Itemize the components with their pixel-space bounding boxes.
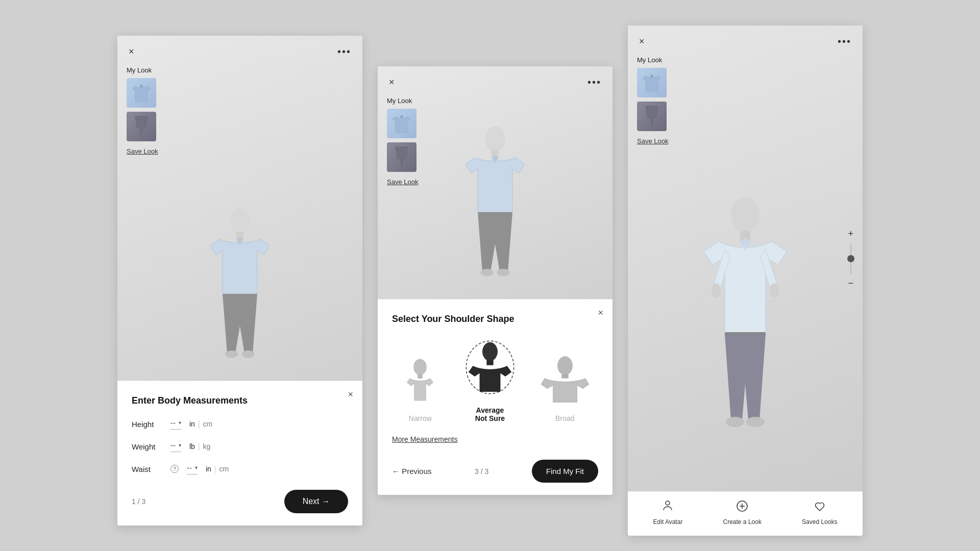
- sheet-close-button-2[interactable]: ×: [598, 308, 603, 318]
- body-measurements-sheet: × Enter Body Measurements Height -- ▾ in…: [117, 381, 362, 525]
- waist-arrow: ▾: [195, 465, 198, 470]
- height-unit-cm[interactable]: cm: [203, 420, 213, 428]
- svg-point-13: [482, 342, 498, 361]
- height-arrow: ▾: [179, 420, 181, 425]
- pants-thumbnail-3[interactable]: [637, 102, 667, 131]
- svg-point-1: [230, 208, 250, 234]
- waist-select[interactable]: --: [187, 463, 200, 472]
- shoulder-option-narrow[interactable]: Narrow: [400, 352, 440, 422]
- panel-full-avatar: × ••• My Look Save Look: [628, 26, 863, 536]
- save-look-button-1[interactable]: Save Look: [127, 147, 158, 155]
- previous-button[interactable]: ← Previous: [392, 467, 432, 475]
- shoulder-shape-sheet: × Select Your Shoulder Shape Narrow: [378, 299, 612, 495]
- waist-select-wrap: -- ▾: [187, 463, 198, 474]
- shirt-thumbnail-1[interactable]: [127, 78, 156, 108]
- weight-unit-lb[interactable]: lb: [189, 442, 195, 450]
- shoulder-option-broad[interactable]: Broad: [540, 352, 591, 422]
- mannequin-figure-2: [444, 126, 546, 299]
- waist-help-icon[interactable]: ?: [170, 465, 179, 473]
- edit-avatar-label: Edit Avatar: [653, 518, 683, 525]
- saved-looks-nav-item[interactable]: Saved Looks: [802, 500, 837, 525]
- svg-rect-11: [418, 374, 423, 379]
- zoom-handle[interactable]: [847, 255, 854, 262]
- svg-point-24: [770, 283, 779, 297]
- svg-rect-16: [561, 374, 568, 378]
- svg-point-18: [731, 197, 760, 232]
- weight-select-wrap: -- ▾: [170, 441, 181, 452]
- next-button[interactable]: Next →: [284, 490, 348, 513]
- find-my-fit-button[interactable]: Find My Fit: [532, 460, 598, 483]
- panel-shoulder-shape: × ••• My Look Save Look: [378, 66, 612, 495]
- weight-sep: |: [198, 442, 200, 450]
- avatar-section-1: × ••• My Look Save Look: [117, 36, 362, 381]
- more-options-button-2[interactable]: •••: [585, 74, 603, 90]
- zoom-track: [850, 243, 851, 274]
- shirt-thumbnail-2[interactable]: [387, 109, 416, 138]
- waist-unit-in[interactable]: in: [206, 465, 211, 473]
- shoulder-narrow-icon: [400, 352, 440, 408]
- zoom-controls: + −: [846, 227, 855, 291]
- height-row: Height -- ▾ in | cm: [132, 418, 348, 430]
- svg-point-0: [140, 85, 143, 88]
- my-look-panel-3: My Look Save Look: [637, 56, 668, 145]
- svg-point-5: [400, 115, 403, 118]
- height-unit-in[interactable]: in: [189, 420, 195, 428]
- bottom-navigation: Edit Avatar Create a Look: [628, 491, 863, 536]
- sheet-close-button-1[interactable]: ×: [348, 389, 353, 400]
- more-options-button-1[interactable]: •••: [335, 44, 353, 60]
- more-measurements-button[interactable]: More Measurements: [392, 435, 457, 443]
- height-select[interactable]: --: [170, 418, 184, 427]
- full-mannequin-figure: [679, 195, 812, 481]
- weight-units: lb | kg: [189, 442, 210, 450]
- saved-looks-label: Saved Looks: [802, 518, 837, 525]
- svg-point-8: [480, 269, 493, 276]
- sheet-title-1: Enter Body Measurements: [132, 395, 348, 406]
- more-options-button-3[interactable]: •••: [836, 34, 853, 49]
- close-button-2[interactable]: ×: [387, 75, 397, 90]
- svg-point-25: [666, 501, 670, 505]
- svg-point-21: [726, 417, 744, 427]
- weight-select[interactable]: --: [170, 441, 184, 449]
- shirt-thumbnail-3[interactable]: [637, 68, 667, 97]
- mannequin-figure-1: [189, 207, 291, 381]
- shoulder-broad-icon: [540, 352, 591, 408]
- save-look-button-2[interactable]: Save Look: [387, 178, 418, 186]
- pants-thumbnail-1[interactable]: [127, 112, 156, 141]
- my-look-label-2: My Look: [387, 97, 418, 105]
- pants-thumbnail-2[interactable]: [387, 142, 416, 172]
- top-bar-2: × •••: [378, 66, 612, 98]
- save-look-button-3[interactable]: Save Look: [637, 137, 668, 145]
- svg-point-6: [485, 127, 505, 152]
- close-button-3[interactable]: ×: [637, 34, 647, 49]
- svg-point-4: [242, 350, 255, 358]
- edit-avatar-icon: [662, 500, 674, 515]
- pants-icon-1: [131, 115, 152, 138]
- svg-point-23: [712, 283, 721, 297]
- weight-unit-kg[interactable]: kg: [203, 442, 211, 450]
- page-indicator-1: 1 / 3: [132, 497, 145, 506]
- waist-row: Waist ? -- ▾ in | cm: [132, 463, 348, 474]
- pants-icon-2: [391, 146, 412, 168]
- sheet-footer-2: ← Previous 3 / 3 Find My Fit: [392, 460, 598, 483]
- edit-avatar-nav-item[interactable]: Edit Avatar: [653, 500, 683, 525]
- svg-point-9: [497, 269, 510, 276]
- panel-body-measurements: × ••• My Look Save Look: [117, 36, 362, 525]
- waist-unit-cm[interactable]: cm: [219, 465, 229, 473]
- height-label: Height: [132, 420, 162, 429]
- narrow-label: Narrow: [409, 414, 432, 422]
- shirt-icon-2: [391, 112, 412, 135]
- zoom-in-button[interactable]: +: [846, 227, 855, 241]
- shoulder-average-icon: [464, 337, 516, 398]
- close-button-1[interactable]: ×: [127, 44, 136, 59]
- create-look-label: Create a Look: [723, 518, 762, 525]
- top-bar-3: × •••: [628, 26, 863, 58]
- create-look-nav-item[interactable]: Create a Look: [723, 500, 762, 525]
- zoom-out-button[interactable]: −: [846, 276, 855, 291]
- svg-point-17: [650, 74, 653, 78]
- shirt-icon-3: [642, 71, 662, 94]
- shirt-icon-1: [131, 82, 152, 104]
- my-look-label-3: My Look: [637, 56, 668, 64]
- shoulder-option-average[interactable]: AverageNot Sure: [464, 337, 516, 422]
- weight-arrow: ▾: [179, 442, 181, 448]
- average-label: AverageNot Sure: [475, 406, 505, 422]
